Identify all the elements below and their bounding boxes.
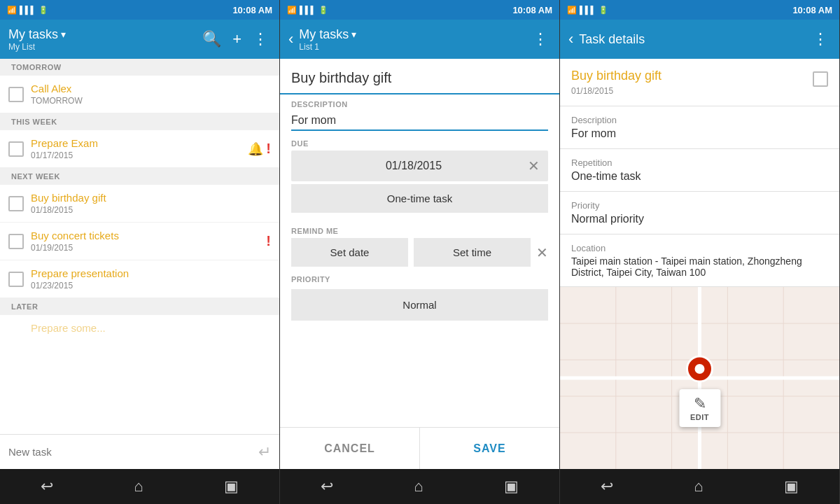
recents-nav-button[interactable]: ▣	[504, 477, 519, 496]
subtitle-1: My List	[8, 42, 194, 52]
app-title-1: My tasks	[8, 27, 58, 42]
title-group-1: My tasks ▾ My List	[8, 27, 194, 52]
home-nav-button[interactable]: ⌂	[414, 477, 423, 496]
time-3: 10:08 AM	[792, 5, 832, 15]
form-content: DESCRIPTION DUE 01/18/2015 ✕ One-time ta…	[280, 59, 559, 427]
svg-point-12	[695, 364, 705, 374]
title-group-3: Task details	[579, 32, 804, 47]
later-partial-task[interactable]: Prepare some...	[0, 315, 279, 334]
app-bar-3: ‹ Task details ⋮	[560, 20, 839, 59]
bottom-nav-3: ↩ ⌂ ▣	[560, 469, 839, 504]
new-task-input[interactable]	[8, 446, 253, 458]
repetition-label: Repetition	[571, 158, 828, 168]
recurrence-button[interactable]: One-time task	[291, 184, 548, 213]
wifi-icon: 📶	[7, 6, 17, 15]
detail-task-title: Buy birthday gift	[571, 69, 807, 83]
back-button-3[interactable]: ‹	[568, 30, 573, 48]
edit-icon: ✎	[694, 395, 706, 413]
task-checkbox[interactable]	[8, 234, 24, 249]
task-checkbox[interactable]	[8, 196, 24, 211]
wifi-icon: 📶	[287, 6, 297, 15]
task-content: Prepare presentation 01/23/2015	[31, 267, 271, 290]
priority-field: PRIORITY Normal	[280, 270, 559, 323]
save-button[interactable]: SAVE	[420, 428, 559, 469]
form-actions: CANCEL SAVE	[280, 427, 559, 469]
overflow-menu-button[interactable]: ⋮	[530, 27, 551, 51]
dropdown-icon-1[interactable]: ▾	[61, 29, 66, 40]
clear-remind-button[interactable]: ✕	[536, 244, 548, 261]
description-label: Description	[571, 115, 828, 125]
wifi-icon: 📶	[567, 6, 577, 15]
enter-icon: ↵	[258, 443, 271, 461]
task-item[interactable]: Buy concert tickets 01/19/2015 !	[0, 223, 279, 260]
battery-icon: 🔋	[318, 6, 328, 15]
bottom-nav-2: ↩ ⌂ ▣	[280, 469, 559, 504]
home-nav-button[interactable]: ⌂	[134, 477, 143, 496]
status-bar-2: 📶 ▌▌▌ 🔋 10:08 AM	[280, 0, 559, 20]
priority-button[interactable]: Normal	[291, 289, 548, 321]
section-later: LATER	[0, 298, 279, 315]
status-icons-1: 📶 ▌▌▌ 🔋	[7, 6, 48, 15]
task-content: Call Alex TOMORROW	[31, 83, 271, 106]
cancel-button[interactable]: CANCEL	[280, 428, 420, 469]
status-bar-1: 📶 ▌▌▌ 🔋 10:08 AM	[0, 0, 279, 20]
task-icons: 🔔 !	[248, 141, 271, 157]
task-checkbox[interactable]	[8, 87, 24, 102]
task-title: Buy concert tickets	[31, 230, 259, 241]
task-item[interactable]: Prepare Exam 01/17/2015 🔔 !	[0, 130, 279, 168]
due-date-text[interactable]: 01/18/2015	[300, 160, 528, 172]
app-bar-2: ‹ My tasks ▾ List 1 ⋮	[280, 20, 559, 59]
overflow-menu-button-3[interactable]: ⋮	[810, 27, 831, 51]
bell-icon: 🔔	[248, 141, 263, 157]
time-2: 10:08 AM	[512, 5, 552, 15]
back-nav-button[interactable]: ↩	[321, 477, 333, 496]
task-icons: !	[266, 233, 271, 249]
edit-fab[interactable]: ✎ EDIT	[679, 389, 720, 427]
task-title: Prepare presentation	[31, 267, 271, 279]
task-item[interactable]: Call Alex TOMORROW	[0, 76, 279, 113]
due-date-row: 01/18/2015 ✕	[291, 150, 548, 181]
remind-field: REMIND ME Set date Set time ✕	[280, 221, 559, 270]
back-nav-button[interactable]: ↩	[41, 477, 53, 496]
task-name-input[interactable]	[280, 59, 559, 94]
app-bar-1: My tasks ▾ My List 🔍 + ⋮	[0, 20, 279, 59]
home-nav-button[interactable]: ⌂	[694, 477, 703, 496]
dropdown-icon-2[interactable]: ▾	[351, 29, 356, 40]
recents-nav-button[interactable]: ▣	[784, 477, 799, 496]
app-title-3: Task details	[579, 32, 804, 47]
remind-row: Set date Set time ✕	[291, 238, 548, 267]
add-task-button[interactable]: +	[230, 27, 244, 51]
task-checkbox[interactable]	[8, 141, 24, 157]
detail-task-checkbox[interactable]	[813, 71, 828, 87]
task-item[interactable]: Prepare presentation 01/23/2015	[0, 260, 279, 298]
status-bar-3: 📶 ▌▌▌ 🔋 10:08 AM	[560, 0, 839, 20]
set-date-button[interactable]: Set date	[291, 238, 408, 267]
title-group-2: My tasks ▾ List 1	[299, 27, 524, 52]
clear-due-button[interactable]: ✕	[528, 158, 540, 174]
recents-nav-button[interactable]: ▣	[224, 477, 239, 496]
task-date: 01/18/2015	[31, 205, 271, 215]
set-time-button[interactable]: Set time	[414, 238, 531, 267]
task-item[interactable]: Buy birthday gift 01/18/2015	[0, 185, 279, 223]
detail-title-row: Buy birthday gift 01/18/2015	[560, 59, 839, 106]
priority-label: Priority	[571, 200, 828, 211]
due-label: DUE	[291, 139, 548, 148]
priority-label: PRIORITY	[291, 275, 548, 284]
task-checkbox[interactable]	[8, 272, 24, 287]
description-input[interactable]	[291, 111, 548, 131]
map-background	[560, 287, 839, 469]
battery-icon: 🔋	[38, 6, 48, 15]
search-button[interactable]: 🔍	[200, 27, 224, 51]
menu-button[interactable]: ⋮	[250, 27, 271, 51]
section-thisweek: THIS WEEK	[0, 113, 279, 130]
back-button-2[interactable]: ‹	[288, 30, 293, 48]
section-tomorrow: TOMORROW	[0, 59, 279, 76]
task-title: Buy birthday gift	[31, 192, 271, 204]
task-date: 01/17/2015	[31, 150, 241, 160]
panel-task-details: 📶 ▌▌▌ 🔋 10:08 AM ‹ Task details ⋮ Buy bi…	[560, 0, 840, 504]
panel-edit-form: 📶 ▌▌▌ 🔋 10:08 AM ‹ My tasks ▾ List 1 ⋮ D…	[280, 0, 560, 504]
detail-repetition-section: Repetition One-time task	[560, 149, 839, 192]
task-list: TOMORROW Call Alex TOMORROW THIS WEEK Pr…	[0, 59, 279, 434]
new-task-bar: ↵	[0, 434, 279, 469]
back-nav-button[interactable]: ↩	[601, 477, 613, 496]
